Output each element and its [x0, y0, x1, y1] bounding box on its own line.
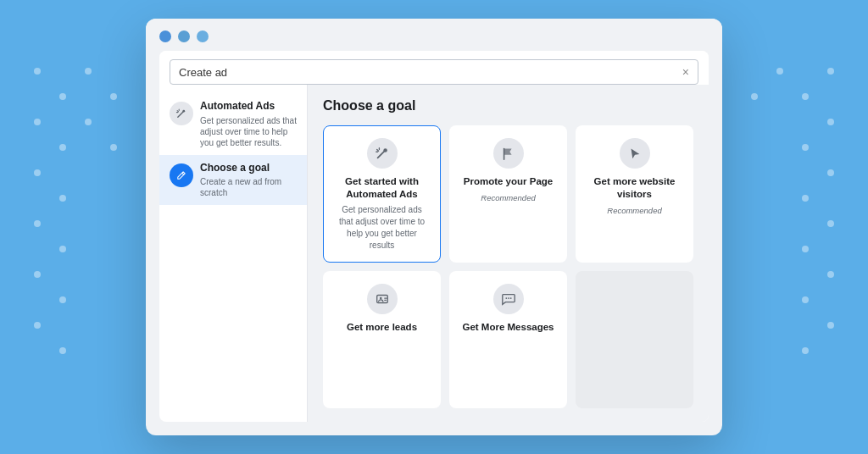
main-content: × — [159, 51, 709, 422]
search-input[interactable] — [179, 66, 682, 79]
goal-card-more-messages[interactable]: Get More Messages — [449, 271, 567, 408]
sidebar-item-choose-goal[interactable]: Choose a goal Create a new ad from scrat… — [159, 155, 307, 206]
person-card-icon — [375, 291, 390, 307]
sidebar-icon-choose-goal — [170, 163, 193, 187]
svg-point-11 — [379, 297, 381, 300]
goal-card-automated-ads-title: Get started with Automated Ads — [334, 175, 430, 201]
sidebar-item-automated-ads-text: Automated Ads Get personalized ads that … — [200, 100, 297, 148]
svg-line-3 — [177, 111, 178, 112]
goal-card-more-messages-title: Get More Messages — [462, 321, 554, 334]
goal-icon-more-messages — [493, 284, 524, 314]
svg-point-14 — [505, 297, 507, 299]
wand-icon — [175, 108, 187, 119]
edit-icon — [175, 169, 187, 181]
wand-large-icon — [375, 146, 390, 161]
goal-card-website-visitors-badge: Recommended — [607, 206, 661, 215]
goal-icon-more-leads — [367, 284, 398, 314]
goal-card-promote-page[interactable]: Promote your Page Recommended — [449, 125, 567, 263]
sidebar-item-choose-goal-text: Choose a goal Create a new ad from scrat… — [200, 162, 297, 199]
close-icon[interactable]: × — [682, 65, 689, 79]
goal-card-automated-ads[interactable]: Get started with Automated Ads Get perso… — [323, 125, 441, 263]
goal-card-website-visitors-title: Get more website visitors — [587, 175, 682, 201]
goal-card-automated-ads-desc: Get personalized ads that adjust over ti… — [334, 204, 430, 252]
right-panel: Choose a goal — [308, 85, 709, 422]
flag-icon — [501, 146, 516, 161]
goal-grid: Get started with Automated Ads Get perso… — [323, 125, 693, 408]
sidebar: Automated Ads Get personalized ads that … — [159, 85, 308, 422]
goal-card-more-leads[interactable]: Get more leads — [323, 271, 441, 408]
chat-icon — [501, 291, 516, 307]
goal-card-promote-page-badge: Recommended — [481, 193, 535, 202]
goal-card-empty — [576, 271, 693, 408]
sidebar-item-automated-ads-desc: Get personalized ads that adjust over ti… — [200, 115, 297, 148]
sidebar-item-automated-ads-title: Automated Ads — [200, 100, 297, 114]
title-bar-dot-2 — [178, 30, 190, 42]
cursor-icon — [627, 146, 643, 161]
goal-card-website-visitors[interactable]: Get more website visitors Recommended — [576, 125, 693, 263]
search-bar: × — [170, 59, 698, 85]
sidebar-item-choose-goal-desc: Create a new ad from scratch — [200, 176, 297, 198]
goal-icon-automated-ads — [367, 138, 398, 169]
svg-point-6 — [383, 148, 387, 152]
title-bar-dot-1 — [159, 30, 171, 42]
title-bar — [146, 19, 722, 51]
title-bar-dot-3 — [197, 30, 209, 42]
search-bar-row: × — [159, 51, 709, 85]
panels: Automated Ads Get personalized ads that … — [159, 85, 709, 422]
sidebar-item-automated-ads[interactable]: Automated Ads Get personalized ads that … — [159, 93, 307, 155]
goal-icon-website-visitors — [620, 138, 650, 169]
goal-icon-promote-page — [493, 138, 524, 169]
goal-card-promote-page-title: Promote your Page — [464, 175, 553, 188]
sidebar-item-choose-goal-title: Choose a goal — [200, 162, 297, 175]
svg-line-8 — [376, 150, 378, 152]
sidebar-icon-automated-ads — [170, 102, 193, 125]
panel-title: Choose a goal — [323, 98, 693, 114]
browser-window: × — [146, 19, 722, 435]
svg-point-16 — [509, 297, 511, 299]
svg-point-1 — [182, 110, 185, 113]
goal-card-more-leads-title: Get more leads — [347, 321, 417, 334]
svg-point-15 — [508, 297, 509, 299]
